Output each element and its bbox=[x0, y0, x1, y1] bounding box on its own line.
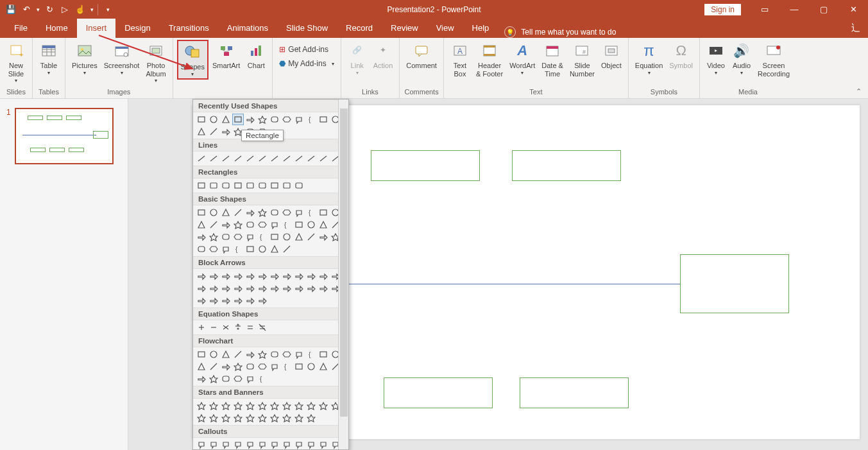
shape-option[interactable]: { bbox=[305, 114, 317, 125]
shape-option[interactable] bbox=[232, 207, 244, 218]
shape-option[interactable] bbox=[208, 295, 219, 306]
shape-option[interactable] bbox=[269, 412, 280, 424]
shape-option[interactable]: { bbox=[281, 219, 293, 230]
shape-option[interactable] bbox=[244, 207, 256, 218]
shape-option[interactable] bbox=[232, 373, 244, 385]
photo-album-button[interactable]: Photo Album ▾ bbox=[143, 40, 168, 85]
shape-option[interactable] bbox=[305, 361, 317, 372]
shape-option[interactable] bbox=[208, 114, 219, 125]
shape-option[interactable] bbox=[257, 361, 268, 372]
shape-option[interactable] bbox=[244, 282, 256, 294]
audio-button[interactable]: 🔊 Audio ▾ bbox=[729, 40, 754, 77]
shape-option[interactable] bbox=[208, 349, 219, 360]
shape-option[interactable] bbox=[196, 270, 207, 282]
shape-option[interactable] bbox=[269, 114, 280, 125]
shape-option[interactable] bbox=[232, 439, 244, 450]
shape-rectangle[interactable] bbox=[520, 377, 629, 408]
shape-option[interactable] bbox=[269, 219, 280, 230]
slide-number-button[interactable]: # Slide Number bbox=[567, 40, 597, 79]
shape-option[interactable] bbox=[257, 412, 268, 424]
maximize-button[interactable]: ▢ bbox=[809, 0, 838, 19]
shape-option[interactable] bbox=[257, 219, 268, 230]
shape-option[interactable] bbox=[196, 153, 207, 164]
collapse-ribbon-button[interactable]: ⌃ bbox=[856, 87, 862, 96]
shape-option[interactable] bbox=[208, 207, 219, 218]
shape-option[interactable] bbox=[244, 153, 256, 164]
shape-option[interactable] bbox=[232, 231, 244, 243]
shape-option[interactable] bbox=[244, 180, 256, 191]
shape-option[interactable] bbox=[208, 219, 219, 230]
shape-option[interactable] bbox=[220, 322, 232, 333]
comment-button[interactable]: Comment bbox=[404, 40, 439, 71]
shape-option[interactable] bbox=[232, 295, 244, 306]
shape-option[interactable] bbox=[208, 412, 219, 424]
shape-option[interactable] bbox=[232, 153, 244, 164]
shape-option[interactable] bbox=[281, 400, 293, 411]
tab-transitions[interactable]: Transitions bbox=[160, 19, 218, 38]
screenshot-button[interactable]: Screenshot ▾ bbox=[101, 40, 142, 77]
shape-option[interactable] bbox=[220, 114, 232, 125]
shape-option[interactable] bbox=[269, 439, 280, 450]
shape-option[interactable] bbox=[244, 219, 256, 230]
shape-option[interactable] bbox=[318, 400, 329, 411]
shape-option[interactable] bbox=[257, 295, 268, 306]
shape-option[interactable] bbox=[232, 180, 244, 191]
shape-option[interactable] bbox=[281, 207, 293, 218]
shape-option[interactable] bbox=[208, 373, 219, 385]
close-button[interactable]: ✕ bbox=[838, 0, 868, 19]
shape-option[interactable] bbox=[208, 126, 219, 137]
shape-option[interactable] bbox=[208, 231, 219, 243]
shape-rectangle[interactable] bbox=[384, 377, 493, 408]
tab-record[interactable]: Record bbox=[337, 19, 382, 38]
touch-mode-button[interactable]: ☝ bbox=[73, 3, 87, 17]
text-box-button[interactable]: A Text Box bbox=[448, 40, 472, 79]
shape-option[interactable] bbox=[257, 153, 268, 164]
tab-slideshow[interactable]: Slide Show bbox=[277, 19, 337, 38]
shape-option[interactable] bbox=[196, 219, 207, 230]
shape-option[interactable] bbox=[220, 439, 232, 450]
tab-insert[interactable]: Insert bbox=[77, 19, 116, 38]
get-addins-button[interactable]: ⊞ Get Add-ins bbox=[277, 44, 336, 55]
shape-option[interactable] bbox=[244, 270, 256, 282]
shape-option[interactable] bbox=[293, 349, 305, 360]
shape-option[interactable] bbox=[196, 243, 207, 255]
shape-option[interactable] bbox=[196, 207, 207, 218]
table-button[interactable]: Table ▾ bbox=[37, 40, 61, 77]
shape-option[interactable] bbox=[232, 270, 244, 282]
shape-option[interactable] bbox=[257, 207, 268, 218]
shape-option[interactable] bbox=[293, 180, 305, 191]
shape-option[interactable] bbox=[196, 295, 207, 306]
shape-option[interactable] bbox=[244, 439, 256, 450]
shape-option[interactable] bbox=[196, 439, 207, 450]
shape-option[interactable] bbox=[293, 219, 305, 230]
shape-option[interactable] bbox=[305, 282, 317, 294]
shape-option[interactable] bbox=[220, 412, 232, 424]
shape-option[interactable] bbox=[220, 126, 232, 137]
shape-option[interactable] bbox=[232, 282, 244, 294]
shape-option[interactable] bbox=[281, 231, 293, 243]
shape-option[interactable] bbox=[318, 219, 329, 230]
shape-option[interactable] bbox=[257, 322, 268, 333]
shape-option[interactable] bbox=[269, 400, 280, 411]
pictures-button[interactable]: Pictures ▾ bbox=[69, 40, 100, 77]
shape-option[interactable]: { bbox=[281, 361, 293, 372]
shape-option[interactable] bbox=[293, 153, 305, 164]
shape-option[interactable] bbox=[220, 361, 232, 372]
shape-option[interactable] bbox=[220, 400, 232, 411]
shape-option[interactable] bbox=[257, 243, 268, 255]
shape-option[interactable] bbox=[196, 322, 207, 333]
tab-animations[interactable]: Animations bbox=[218, 19, 277, 38]
save-button[interactable]: 💾 bbox=[4, 3, 18, 17]
tell-me-search[interactable]: 💡 Tell me what you want to do bbox=[504, 26, 616, 38]
shape-option[interactable] bbox=[244, 412, 256, 424]
redo-button[interactable]: ↻ bbox=[42, 3, 56, 17]
shape-option[interactable]: { bbox=[305, 207, 317, 218]
shape-option[interactable] bbox=[318, 361, 329, 372]
share-icon[interactable]: ⻌ bbox=[851, 22, 860, 34]
shape-option[interactable] bbox=[293, 400, 305, 411]
shape-option[interactable]: { bbox=[305, 349, 317, 360]
sign-in-button[interactable]: Sign in bbox=[704, 4, 741, 15]
shape-option[interactable] bbox=[257, 349, 268, 360]
shape-option[interactable] bbox=[196, 400, 207, 411]
shape-option[interactable] bbox=[257, 180, 268, 191]
